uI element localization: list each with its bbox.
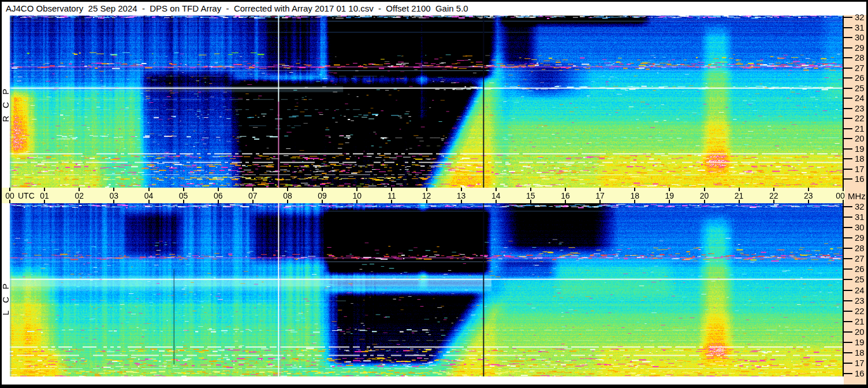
lcp-polarization-label: LCP	[1, 261, 10, 330]
spectrogram-lcp-panel	[10, 203, 843, 376]
rcp-polarization-label: RCP	[1, 67, 10, 136]
spectrogram-rcp-panel	[10, 16, 843, 188]
observatory-spectrogram-window: AJ4CO Observatory 25 Sep 2024 - DPS on T…	[0, 0, 868, 388]
frequency-sidebar	[844, 15, 866, 385]
page-title: AJ4CO Observatory 25 Sep 2024 - DPS on T…	[6, 3, 468, 13]
time-axis-strip	[2, 188, 845, 203]
title-bar: AJ4CO Observatory 25 Sep 2024 - DPS on T…	[2, 2, 866, 15]
